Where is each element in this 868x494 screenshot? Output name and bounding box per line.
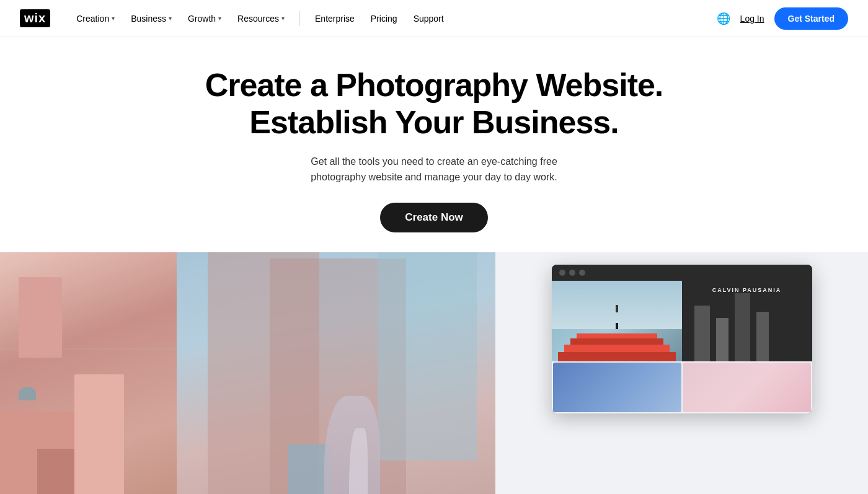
create-now-button[interactable]: Create Now (380, 203, 488, 232)
maze-row-3 (570, 338, 663, 345)
nav-item-creation[interactable]: Creation ▾ (70, 10, 121, 27)
globe-icon[interactable]: 🌐 (717, 12, 730, 25)
navbar: wix Creation ▾ Business ▾ Growth ▾ Resou… (0, 0, 868, 37)
nav-label-business: Business (131, 14, 166, 24)
island-shape (19, 387, 36, 400)
nav-item-support[interactable]: Support (407, 10, 450, 27)
browser-bottom-row (552, 361, 812, 413)
mini-panel-blue (553, 363, 681, 412)
nav-label-creation: Creation (76, 14, 109, 24)
browser-dot-2 (569, 270, 575, 276)
gray-column-3 (735, 293, 750, 361)
nav-right: 🌐 Log In Get Started (717, 7, 848, 30)
maze-red (558, 312, 676, 361)
gallery-section: CALVIN PAUSANIA CALVIN PAUSANIA (0, 252, 868, 494)
gray-column-1 (694, 306, 710, 361)
wix-logo[interactable]: wix (20, 9, 50, 27)
arch-shape-3 (74, 374, 124, 494)
nav-label-resources: Resources (237, 14, 279, 24)
nav-item-resources[interactable]: Resources ▾ (231, 10, 291, 27)
hero-section: Create a Photography Website. Establish … (0, 37, 868, 252)
nav-links: Creation ▾ Business ▾ Growth ▾ Resources… (70, 10, 716, 27)
gallery-center-image (177, 252, 495, 494)
maze-row-4 (577, 333, 657, 338)
browser-content-top: CALVIN PAUSANIA (552, 281, 812, 361)
mini-panel-pink (683, 363, 811, 412)
hero-subtitle: Get all the tools you need to create an … (298, 154, 570, 185)
browser-panel-right: CALVIN PAUSANIA (682, 281, 812, 361)
browser-dot-3 (579, 270, 585, 276)
hero-title: Create a Photography Website. Establish … (205, 67, 663, 141)
maze-row-2 (564, 345, 670, 352)
chevron-down-icon: ▾ (169, 15, 172, 22)
chevron-down-icon: ▾ (281, 15, 285, 22)
chevron-down-icon: ▾ (112, 15, 115, 22)
login-link[interactable]: Log In (740, 14, 764, 24)
center-image-block (177, 252, 495, 494)
maze-row-1 (558, 352, 676, 361)
browser-dot-1 (559, 270, 565, 276)
nav-label-support: Support (414, 14, 444, 24)
browser-site-name: CALVIN PAUSANIA (682, 287, 812, 293)
browser-mockup: CALVIN PAUSANIA (552, 265, 812, 413)
nav-label-enterprise: Enterprise (315, 14, 355, 24)
gallery-right-area: CALVIN PAUSANIA CALVIN PAUSANIA (495, 252, 868, 494)
nav-divider (299, 11, 300, 26)
hero-title-line2: Establish Your Business. (249, 104, 618, 140)
browser-bar (552, 265, 812, 281)
nav-label-growth: Growth (188, 14, 216, 24)
browser-panel-left (552, 281, 682, 361)
nav-label-pricing: Pricing (371, 14, 397, 24)
center-arch-3 (378, 252, 477, 461)
gray-column-2 (716, 318, 728, 361)
wix-logo-text: wix (20, 9, 50, 27)
nav-item-business[interactable]: Business ▾ (125, 10, 178, 27)
nav-item-pricing[interactable]: Pricing (365, 10, 404, 27)
left-image-block (0, 252, 177, 494)
nav-item-growth[interactable]: Growth ▾ (182, 10, 228, 27)
maze-figure (616, 323, 618, 329)
arch-shape-4 (19, 277, 62, 358)
sculpture-highlight (349, 428, 368, 494)
nav-item-enterprise[interactable]: Enterprise (309, 10, 361, 27)
gray-column-4 (756, 312, 769, 361)
hero-title-line1: Create a Photography Website. (205, 67, 663, 103)
get-started-button[interactable]: Get Started (774, 7, 848, 30)
chevron-down-icon: ▾ (218, 15, 221, 22)
gallery-left-image (0, 252, 177, 494)
